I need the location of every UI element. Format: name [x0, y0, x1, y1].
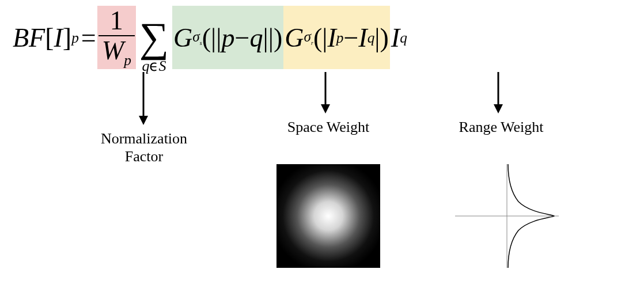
svg-marker-3 [321, 104, 330, 113]
label-range: Range Weight [444, 118, 559, 136]
arrow-range [491, 72, 505, 115]
gaussian-2d-icon [276, 164, 380, 268]
annotations-layer: Normalization Factor Space Weight Range … [0, 0, 644, 288]
svg-marker-5 [494, 104, 503, 113]
arrow-normalization [137, 72, 150, 127]
gaussian-1d-icon [455, 164, 559, 268]
svg-rect-7 [276, 164, 380, 268]
svg-marker-1 [139, 116, 148, 125]
label-normalization: Normalization Factor [89, 130, 199, 165]
arrow-space [319, 72, 332, 115]
label-space: Space Weight [271, 118, 386, 136]
